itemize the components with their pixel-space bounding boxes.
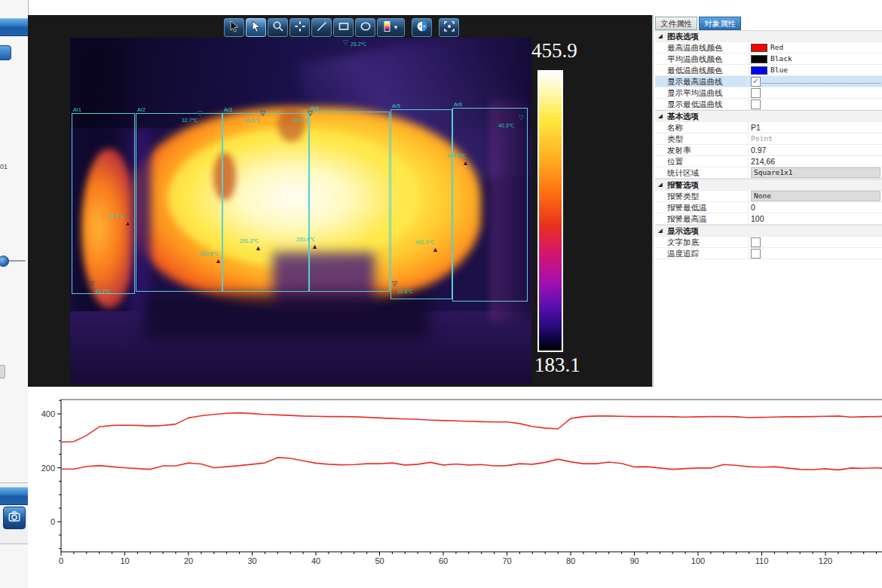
select-tool-light-button[interactable]	[246, 18, 266, 37]
chart-tick-label: 120	[819, 556, 832, 565]
cold-spot-marker: ▽	[198, 110, 203, 117]
text-value: 214,66	[751, 156, 775, 167]
property-label: 统计区域	[666, 167, 748, 178]
property-value[interactable]: P1	[748, 122, 882, 133]
marker-temperature-label: 26.2℃	[351, 41, 367, 47]
roi-box-Ar1[interactable]: Ar1	[72, 113, 135, 294]
property-section[interactable]: ◢显示选项	[655, 225, 882, 237]
marker-temperature-label: 31.5℃	[244, 118, 261, 123]
property-value[interactable]: None	[748, 191, 882, 201]
property-value[interactable]	[748, 249, 882, 259]
chart-tick-label: 20	[184, 556, 193, 565]
hot-spot-marker: ▲	[215, 258, 222, 265]
property-label: 报警最低温	[666, 202, 748, 213]
property-value[interactable]: Square1x1	[748, 167, 882, 178]
chart-tick-label: 110	[755, 556, 769, 565]
property-section[interactable]: ◢报警选项	[655, 179, 882, 191]
property-value[interactable]: Blue	[748, 65, 882, 75]
sidebar-titlebar	[0, 18, 28, 36]
palette-tool-button[interactable]: ▼	[377, 18, 405, 37]
property-label: 报警最高温	[666, 213, 748, 224]
roi-label: Ar1	[73, 107, 81, 112]
roi-box-Ar6[interactable]: Ar6	[452, 108, 528, 302]
pan-tool-button[interactable]	[289, 18, 310, 37]
color-name: Red	[770, 42, 783, 53]
chart-tick-label: 40	[311, 556, 320, 565]
roi-box-Ar2[interactable]: Ar2	[136, 113, 222, 292]
chart-tick-label: 0	[51, 517, 55, 526]
chart-tick-label: 60	[439, 556, 448, 565]
roi-box-Ar4[interactable]: Ar4	[309, 112, 390, 292]
property-row: 温度追踪	[655, 248, 882, 259]
text-value: 0	[751, 202, 755, 213]
temperature-chart: 02004000102030405060708090100110120	[28, 387, 882, 588]
chart-tick-label: 200	[41, 464, 55, 473]
text-value: 100	[751, 213, 764, 224]
checkbox-unchecked[interactable]	[751, 237, 761, 247]
property-label: 报警类型	[666, 191, 748, 201]
thermal-image[interactable]: Ar1Ar2Ar3Ar4Ar5Ar6▽26.2℃▽32.7℃▽31.5℃▽31.…	[70, 38, 531, 384]
dropdown-value[interactable]: None	[751, 191, 880, 201]
property-value[interactable]	[748, 237, 882, 247]
property-value[interactable]: Point	[748, 133, 882, 144]
roi-box-Ar3[interactable]: Ar3	[222, 113, 309, 292]
magnifier-icon	[272, 20, 284, 35]
ellipse-tool-button[interactable]	[355, 18, 375, 37]
focus-tool-button[interactable]	[439, 18, 459, 37]
property-value[interactable]: 0	[748, 202, 882, 213]
property-label: 文字加底	[666, 237, 748, 247]
color-scale-bar	[537, 70, 563, 352]
snapshot-button[interactable]	[3, 507, 26, 529]
property-value[interactable]: ✓	[748, 77, 882, 87]
checkbox-checked[interactable]: ✓	[751, 77, 761, 87]
property-value[interactable]	[748, 100, 882, 109]
property-row: 报警类型None	[655, 191, 882, 202]
tab-file-properties[interactable]: 文件属性	[655, 17, 697, 30]
property-row: 显示最低温曲线	[655, 99, 882, 110]
chart-tick-label: 50	[375, 556, 384, 565]
property-row: 位置214,66	[655, 156, 882, 167]
roi-label: Ar5	[392, 103, 400, 109]
property-value[interactable]	[748, 88, 882, 98]
property-value[interactable]: 100	[748, 213, 882, 224]
property-row: 统计区域Square1x1	[655, 167, 882, 179]
zoom-tool-button[interactable]	[268, 18, 288, 37]
sidebar-button-fragment[interactable]	[0, 45, 11, 60]
dropdown-value[interactable]: Square1x1	[751, 167, 880, 178]
marker-temperature-label: 293.4℃	[296, 237, 315, 242]
crosshair-icon	[294, 20, 306, 35]
checkbox-unchecked[interactable]	[751, 249, 761, 259]
hot-spot-marker: ▲	[124, 220, 131, 227]
roi-label: Ar2	[137, 107, 145, 112]
marker-temperature-label: 31.1℃	[293, 118, 310, 123]
property-section[interactable]: ◢基本选项	[655, 110, 882, 122]
select-tool-dark-button[interactable]	[224, 18, 244, 37]
property-value[interactable]: 0.97	[748, 145, 882, 155]
rect-tool-button[interactable]	[333, 18, 354, 37]
property-row: 最低温曲线颜色Blue	[655, 65, 882, 76]
line-tool-button[interactable]	[311, 18, 332, 37]
property-label: 最低温曲线颜色	[666, 65, 748, 75]
checkbox-unchecked[interactable]	[751, 100, 761, 109]
contrast-tool-button[interactable]	[412, 18, 432, 37]
property-row: 最高温曲线颜色Red	[655, 42, 882, 54]
chart-tick-label: 0	[59, 556, 63, 565]
property-value[interactable]: Black	[748, 54, 882, 64]
property-row: 显示平均温曲线	[655, 87, 882, 99]
chart-tick-label: 400	[41, 409, 55, 418]
color-name: Black	[770, 54, 792, 64]
tab-object-properties[interactable]: 对象属性	[699, 17, 741, 30]
property-section[interactable]: ◢图表选项	[655, 30, 882, 42]
property-value[interactable]: Red	[748, 42, 882, 53]
chart-tick-label: 100	[691, 556, 705, 565]
property-value[interactable]: 214,66	[748, 156, 882, 167]
cursor-light-icon	[250, 20, 262, 35]
text-value: Point	[751, 133, 773, 144]
checkbox-unchecked[interactable]	[751, 88, 761, 98]
cold-spot-marker: ▽	[89, 280, 94, 287]
temperature-chart-panel: 02004000102030405060708090100110120	[28, 387, 882, 588]
sidebar-slider-knob[interactable]	[0, 256, 9, 267]
sidebar-button-fragment-2[interactable]	[0, 365, 5, 378]
roi-box-Ar5[interactable]: Ar5	[390, 109, 452, 299]
sidebar-lower-titlebar	[0, 487, 28, 505]
